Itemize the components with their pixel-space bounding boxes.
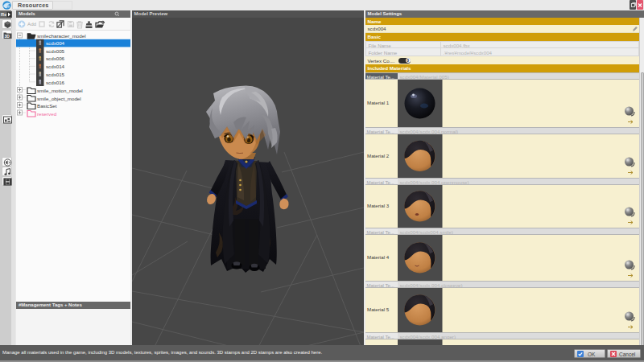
svg-text:scdx006: scdx006 bbox=[46, 56, 65, 61]
svg-text:smile_motion_model: smile_motion_model bbox=[37, 88, 83, 93]
svg-text:smilecharacter_model: smilecharacter_model bbox=[37, 33, 86, 39]
svg-text:scdx014: scdx014 bbox=[46, 64, 65, 69]
svg-text:scdx005: scdx005 bbox=[46, 48, 65, 54]
svg-text:3D: 3D bbox=[4, 34, 10, 39]
svg-text:scdx015: scdx015 bbox=[46, 72, 65, 77]
svg-text:scdx004: scdx004 bbox=[46, 40, 65, 46]
svg-text:BasicSet: BasicSet bbox=[37, 103, 57, 109]
svg-text:smile_object_model: smile_object_model bbox=[37, 96, 81, 101]
svg-text:reserved: reserved bbox=[37, 111, 57, 117]
svg-text:scdx016: scdx016 bbox=[46, 80, 65, 85]
